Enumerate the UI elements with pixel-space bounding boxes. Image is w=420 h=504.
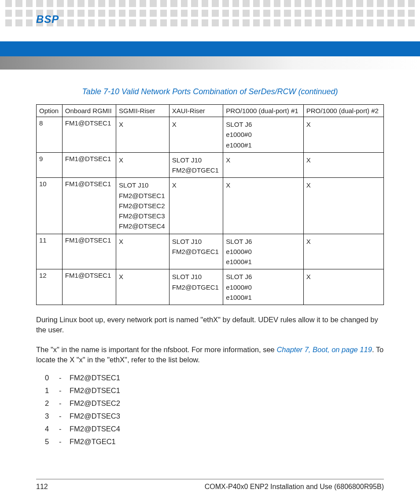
page-number: 112 <box>36 483 48 491</box>
list-item-value: FM2@DTSEC4 <box>70 425 120 433</box>
cell-sgmii: X <box>116 269 169 305</box>
table-row: 8FM1@DTSEC1XXSLOT J6e1000#0e1000#1X <box>37 117 384 153</box>
link-chapter-boot[interactable]: Chapter 7, Boot, on page 119 <box>276 346 372 353</box>
list-item-value: FM2@DTSEC3 <box>70 412 120 420</box>
cell-pro2: X <box>303 117 383 153</box>
col-rgmii: Onboard RGMII <box>62 105 116 117</box>
cell-option: 11 <box>37 234 63 269</box>
table-header-row: Option Onboard RGMII SGMII-Riser XAUI-Ri… <box>37 105 384 117</box>
list-item-index: 0 <box>45 374 51 382</box>
cell-option: 9 <box>37 152 63 178</box>
list-item: 0-FM2@DTSEC1 <box>45 374 384 382</box>
paragraph-udev: During Linux boot up, every network port… <box>36 315 384 335</box>
cell-rgmii: FM1@DTSEC1 <box>62 178 116 234</box>
cell-sgmii: X <box>116 152 169 178</box>
list-item-dash: - <box>59 425 62 433</box>
list-item-index: 3 <box>45 412 51 420</box>
cell-pro1: SLOT J6e1000#0e1000#1 <box>223 234 303 269</box>
list-item-index: 2 <box>45 399 51 408</box>
list-item-dash: - <box>59 374 62 382</box>
cell-xaui: X <box>169 178 223 234</box>
cell-xaui: SLOT J10FM2@DTGEC1 <box>169 269 223 305</box>
col-xaui: XAUI-Riser <box>169 105 223 117</box>
section-label: BSP <box>36 13 59 26</box>
header-blue-bar <box>0 41 420 56</box>
list-item-dash: - <box>59 386 62 395</box>
document-page: BSP Table 7-10 Valid Network Ports Combi… <box>0 0 420 504</box>
page-content: Table 7-10 Valid Network Ports Combinati… <box>0 70 420 446</box>
table-row: 9FM1@DTSEC1XSLOT J10FM2@DTGEC1XX <box>37 152 384 178</box>
list-item-dash: - <box>59 412 62 420</box>
list-item-index: 5 <box>45 438 51 446</box>
header-gradient-bar <box>0 56 420 70</box>
header-dots: BSP <box>0 0 420 41</box>
list-item: 3-FM2@DTSEC3 <box>45 412 384 420</box>
list-item-index: 1 <box>45 386 51 395</box>
table-caption: Table 7-10 Valid Network Ports Combinati… <box>36 87 384 96</box>
cell-option: 10 <box>37 178 63 234</box>
cell-rgmii: FM1@DTSEC1 <box>62 234 116 269</box>
cell-pro1: X <box>223 152 303 178</box>
cell-pro2: X <box>303 269 383 305</box>
list-item-index: 4 <box>45 425 51 433</box>
cell-pro1: SLOT J6e1000#0e1000#1 <box>223 269 303 305</box>
cell-xaui: X <box>169 117 223 153</box>
cell-option: 8 <box>37 117 63 153</box>
cell-sgmii: SLOT J10FM2@DTSEC1FM2@DTSEC2FM2@DTSEC3FM… <box>116 178 169 234</box>
table-row: 10FM1@DTSEC1SLOT J10FM2@DTSEC1FM2@DTSEC2… <box>37 178 384 234</box>
page-footer: 112 COMX-P40x0 ENP2 Installation and Use… <box>0 475 420 504</box>
cell-xaui: SLOT J10FM2@DTGEC1 <box>169 234 223 269</box>
cell-pro1: SLOT J6e1000#0e1000#1 <box>223 117 303 153</box>
ethx-list: 0-FM2@DTSEC11-FM2@DTSEC12-FM2@DTSEC23-FM… <box>45 374 384 446</box>
cell-pro2: X <box>303 178 383 234</box>
col-pro2: PRO/1000 (dual-port) #2 <box>303 105 383 117</box>
network-ports-table: Option Onboard RGMII SGMII-Riser XAUI-Ri… <box>36 104 384 305</box>
list-item-value: FM2@DTSEC2 <box>70 399 120 408</box>
col-pro1: PRO/1000 (dual-port) #1 <box>223 105 303 117</box>
list-item-value: FM2@DTSEC1 <box>70 386 120 395</box>
list-item: 4-FM2@DTSEC4 <box>45 425 384 433</box>
cell-pro1: X <box>223 178 303 234</box>
cell-sgmii: X <box>116 234 169 269</box>
list-item-value: FM2@DTSEC1 <box>70 374 120 382</box>
cell-xaui: SLOT J10FM2@DTGEC1 <box>169 152 223 178</box>
paragraph-ethx: The "x" in the name is important for the… <box>36 345 384 365</box>
cell-sgmii: X <box>116 117 169 153</box>
list-item-dash: - <box>59 438 62 446</box>
table-row: 12FM1@DTSEC1XSLOT J10FM2@DTGEC1SLOT J6e1… <box>37 269 384 305</box>
footer-rule <box>36 479 384 479</box>
list-item-dash: - <box>59 399 62 408</box>
list-item: 2-FM2@DTSEC2 <box>45 399 384 408</box>
cell-rgmii: FM1@DTSEC1 <box>62 152 116 178</box>
list-item: 1-FM2@DTSEC1 <box>45 386 384 395</box>
col-sgmii: SGMII-Riser <box>116 105 169 117</box>
list-item-value: FM2@TGEC1 <box>70 438 116 446</box>
cell-rgmii: FM1@DTSEC1 <box>62 117 116 153</box>
doc-title: COMX-P40x0 ENP2 Installation and Use (68… <box>205 483 384 491</box>
col-option: Option <box>37 105 63 117</box>
list-item: 5-FM2@TGEC1 <box>45 438 384 446</box>
paragraph-ethx-pre: The "x" in the name is important for the… <box>36 346 276 353</box>
table-row: 11FM1@DTSEC1XSLOT J10FM2@DTGEC1SLOT J6e1… <box>37 234 384 269</box>
cell-option: 12 <box>37 269 63 305</box>
cell-rgmii: FM1@DTSEC1 <box>62 269 116 305</box>
cell-pro2: X <box>303 152 383 178</box>
cell-pro2: X <box>303 234 383 269</box>
